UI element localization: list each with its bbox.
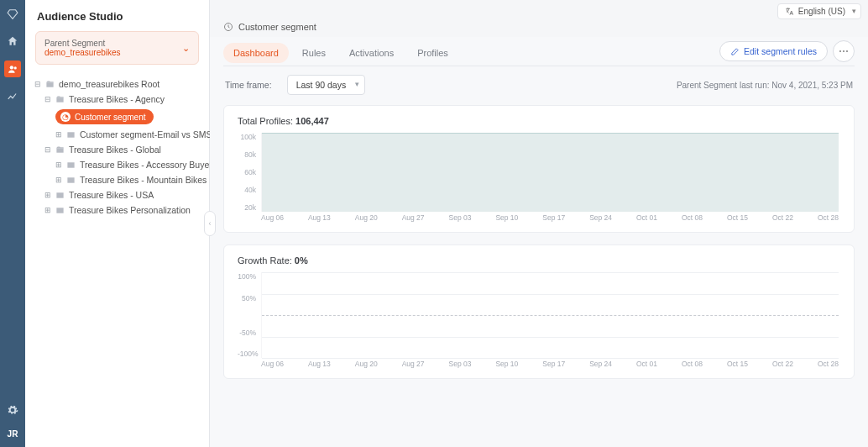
growth-rate-chart: 100%50%-50%-100% Aug 06Aug 13Aug 20Aug 2… — [238, 272, 840, 371]
x-axis: Aug 06Aug 13Aug 20Aug 27Sep 03Sep 10Sep … — [261, 360, 839, 371]
svg-point-0 — [9, 66, 13, 69]
tree-node-customer-segment[interactable]: ◔Customer segment — [32, 107, 202, 127]
edit-segment-label: Edit segment rules — [744, 46, 817, 56]
translate-icon — [785, 7, 794, 16]
tree-node-global[interactable]: ⊟Treasure Bikes - Global — [32, 142, 202, 157]
total-profiles-card: Total Profiles: 106,447 100k80k60k40k20k… — [223, 105, 855, 233]
tree-label: Treasure Bikes - Agency — [69, 94, 165, 104]
tree-label: Treasure Bikes - Accessory Buyers — [80, 160, 217, 170]
tree-root[interactable]: ⊟demo_treasurebikes Root — [32, 76, 202, 92]
growth-rate-card: Growth Rate: 0% 100%50%-50%-100% Aug 06A… — [223, 245, 855, 379]
gem-icon[interactable] — [5, 7, 20, 22]
zero-line — [262, 315, 839, 316]
gear-icon[interactable] — [5, 402, 20, 418]
parent-segment-card[interactable]: Parent Segment demo_treasurebikes ⌄ — [35, 31, 199, 65]
svg-point-1 — [13, 66, 16, 69]
plot-area — [261, 133, 839, 212]
y-axis: 100k80k60k40k20k — [238, 133, 259, 212]
sidebar: Audience Studio Parent Segment demo_trea… — [25, 0, 210, 447]
tree-node-email-sms[interactable]: ⊞Customer segment-Email vs SMS — [32, 127, 202, 142]
tree-label: Treasure Bikes - Global — [69, 145, 161, 155]
language-label: English (US) — [798, 7, 845, 16]
plot-area — [261, 272, 839, 358]
last-run-label: Parent Segment last run: Nov 4, 2021, 5:… — [677, 81, 853, 90]
tree-node-accessory[interactable]: ⊞Treasure Bikes - Accessory Buyers — [32, 157, 202, 172]
tab-activations[interactable]: Activations — [339, 43, 404, 63]
tree-label: Treasure Bikes Personalization — [69, 205, 191, 215]
audience-icon[interactable] — [4, 60, 21, 77]
tab-dashboard[interactable]: Dashboard — [223, 43, 289, 63]
parent-segment-value: demo_treasurebikes — [44, 48, 121, 57]
breadcrumb-label: Customer segment — [238, 22, 316, 32]
total-profiles-title: Total Profiles: 106,447 — [238, 116, 840, 126]
edit-segment-button[interactable]: Edit segment rules — [719, 41, 828, 61]
tabs: Dashboard Rules Activations Profiles — [223, 43, 458, 63]
tab-profiles[interactable]: Profiles — [407, 43, 458, 63]
language-select[interactable]: English (US) — [777, 3, 861, 19]
chevron-down-icon: ⌄ — [182, 43, 190, 54]
segment-icon: ◔ — [60, 112, 71, 122]
tree-label: Customer segment — [75, 113, 145, 122]
tree-label: Treasure Bikes - USA — [69, 190, 154, 200]
history-icon — [223, 22, 233, 32]
tree-label: Treasure Bikes - Mountain Bikes — [80, 175, 207, 185]
tree-node-usa[interactable]: ⊞Treasure Bikes - USA — [32, 187, 202, 202]
nav-rail: JR — [0, 0, 25, 447]
home-icon[interactable] — [5, 34, 20, 49]
timeframe-value: Last 90 days — [296, 80, 347, 90]
growth-rate-title: Growth Rate: 0% — [238, 255, 840, 266]
tree-label: demo_treasurebikes Root — [59, 79, 159, 89]
timeframe-select[interactable]: Last 90 days — [287, 75, 366, 95]
x-axis: Aug 06Aug 13Aug 20Aug 27Sep 03Sep 10Sep … — [261, 213, 839, 225]
breadcrumb: Customer segment — [210, 22, 868, 37]
main: ‹ English (US) Customer segment Dashboar… — [210, 0, 868, 447]
y-axis: 100%50%-50%-100% — [238, 272, 259, 358]
page-title: Audience Studio — [25, 0, 209, 31]
tree-node-personalization[interactable]: ⊞Treasure Bikes Personalization — [32, 202, 202, 218]
tree-node-agency[interactable]: ⊟Treasure Bikes - Agency — [32, 92, 202, 107]
tree-label: Customer segment-Email vs SMS — [80, 129, 212, 139]
parent-segment-label: Parent Segment — [44, 39, 121, 48]
timeframe-label: Time frame: — [225, 80, 272, 90]
avatar[interactable]: JR — [8, 429, 18, 439]
collapse-handle[interactable]: ‹ — [204, 211, 216, 236]
total-profiles-chart: 100k80k60k40k20k Aug 06Aug 13Aug 20Aug 2… — [238, 133, 840, 225]
segment-tree: ⊟demo_treasurebikes Root ⊟Treasure Bikes… — [25, 73, 209, 221]
tab-rules[interactable]: Rules — [292, 43, 336, 63]
more-button[interactable]: ⋯ — [833, 40, 855, 62]
pencil-icon — [730, 47, 740, 56]
tree-node-mountain[interactable]: ⊞Treasure Bikes - Mountain Bikes — [32, 172, 202, 187]
analytics-icon[interactable] — [5, 89, 20, 104]
area-fill — [262, 133, 839, 212]
